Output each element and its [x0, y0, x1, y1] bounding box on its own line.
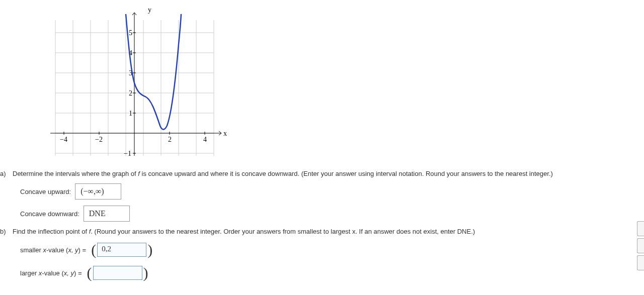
concave-upward-row: Concave upward: (−∞,∞) [20, 183, 644, 200]
close-paren-icon-2: ) [143, 264, 148, 281]
close-paren-icon: ) [147, 241, 152, 258]
side-button-2[interactable] [637, 238, 644, 253]
larger-x-label: larger x-value (x, y) = [20, 269, 82, 277]
tick-neg2: −2 [95, 136, 103, 143]
concave-downward-row: Concave downward: DNE [20, 206, 644, 222]
larger-x-row: larger x-value (x, y) = ( ) [20, 264, 644, 281]
part-a-row: a) Determine the intervals where the gra… [0, 170, 644, 177]
larger-lxy: x, y [64, 269, 74, 277]
x-axis-label: x [223, 130, 227, 137]
tick-1y: 1 [129, 110, 132, 117]
larger-l3: ) = [74, 269, 82, 277]
function-graph: y x −4 −2 2 4 5 4 3 2 1 −1 [45, 5, 231, 161]
smaller-x-label: smaller x-value (x, y) = [20, 246, 86, 254]
tick-4: 4 [203, 136, 207, 143]
tick-neg1y: −1 [124, 150, 131, 157]
smaller-l2: -value ( [46, 246, 68, 254]
larger-x-input[interactable] [93, 266, 142, 280]
side-toolbar [637, 221, 644, 272]
smaller-x-input[interactable]: 0,2 [97, 243, 146, 257]
larger-l1: larger [20, 269, 39, 277]
concave-downward-input[interactable]: DNE [84, 206, 130, 222]
y-axis-label: y [148, 6, 151, 14]
side-button-3[interactable] [637, 255, 644, 270]
part-a-text: Determine the intervals where the graph … [13, 170, 644, 177]
concave-upward-input[interactable]: (−∞,∞) [75, 183, 121, 200]
part-b-label: b) [0, 228, 13, 235]
side-button-1[interactable] [637, 221, 644, 236]
open-paren-icon: ( [91, 241, 96, 258]
smaller-l1: smaller [20, 246, 43, 254]
tick-neg4: −4 [60, 136, 67, 143]
tick-5: 5 [129, 29, 132, 37]
part-a-label: a) [0, 170, 13, 177]
part-b-text1: Find the inflection point of [13, 228, 89, 235]
concave-upward-label: Concave upward: [20, 188, 71, 195]
tick-2y: 2 [129, 89, 132, 97]
graph-container: y x −4 −2 2 4 5 4 3 2 1 −1 [45, 5, 644, 162]
concave-downward-label: Concave downward: [20, 210, 79, 218]
smaller-x-row: smaller x-value (x, y) = ( 0,2 ) [20, 241, 644, 258]
smaller-lxy: x, y [68, 246, 78, 254]
open-paren-icon-2: ( [87, 264, 92, 281]
tick-2: 2 [168, 136, 172, 143]
part-a-text1: Determine the intervals where the graph … [13, 170, 138, 177]
part-a-text2: is concave upward and where it is concav… [140, 170, 553, 177]
smaller-l3: ) = [78, 246, 87, 254]
part-b-text: Find the inflection point of f. (Round y… [13, 228, 644, 235]
part-b-row: b) Find the inflection point of f. (Roun… [0, 228, 644, 235]
larger-l2: -value ( [42, 269, 63, 277]
part-b-text2: . (Round your answers to the nearest int… [91, 228, 475, 235]
